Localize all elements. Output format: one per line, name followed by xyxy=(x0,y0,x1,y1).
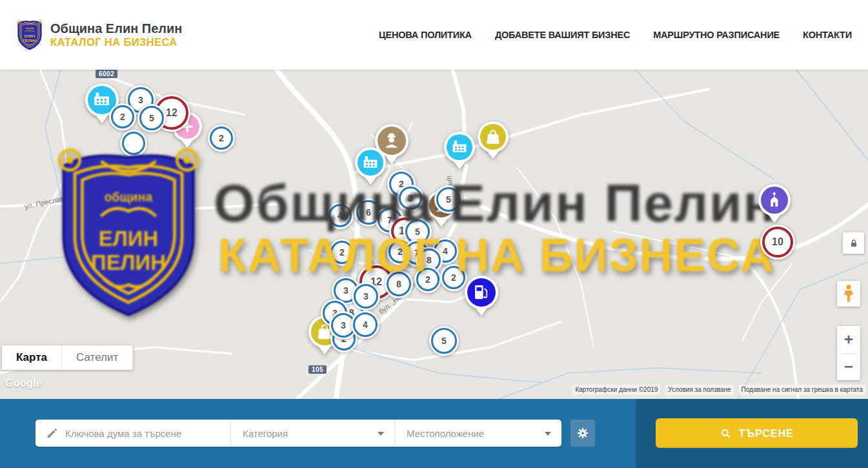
pegman-button[interactable] xyxy=(837,281,860,307)
location-value: Местоположение xyxy=(407,428,484,439)
main-nav: ЦЕНОВА ПОЛИТИКАДОБАВЕТЕ ВАШИЯТ БИЗНЕСМАР… xyxy=(379,30,852,40)
map-type-satellite-button[interactable]: Сателит xyxy=(62,345,133,370)
cluster-count: 6 xyxy=(366,207,371,218)
svg-text:община: община xyxy=(25,27,34,30)
pegman-icon xyxy=(842,284,856,303)
cluster-count: 4 xyxy=(443,246,448,256)
cluster-count: 10 xyxy=(772,236,783,248)
cluster-count: 4 xyxy=(338,210,343,221)
cluster-count: 3 xyxy=(363,291,368,301)
cluster-marker[interactable]: 2 xyxy=(109,103,136,130)
pencil-icon xyxy=(46,427,59,440)
lock-button[interactable] xyxy=(843,232,864,254)
map-canvas[interactable]: 6002105ул. Преславбул. „Новоселци"ции" 3… xyxy=(0,70,868,399)
shopping-bag-icon xyxy=(480,124,506,150)
lock-icon xyxy=(849,238,859,249)
attribution-link[interactable]: Подаване на сигнал за грешка в картата xyxy=(739,385,865,394)
zoom-in-button[interactable]: + xyxy=(837,326,860,353)
church-pin[interactable] xyxy=(758,184,791,216)
road-badge: 105 xyxy=(308,365,327,374)
keyword-field-wrap xyxy=(35,420,231,447)
cluster-marker[interactable]: 2 xyxy=(208,125,235,152)
location-select[interactable]: Местоположение xyxy=(395,420,561,447)
svg-text:ЕЛИН: ЕЛИН xyxy=(25,34,35,38)
cluster-count: 5 xyxy=(415,227,420,237)
chevron-down-icon xyxy=(378,432,384,436)
search-bar-right: ТЪРСЕНЕ xyxy=(636,399,868,468)
cluster-count: 5 xyxy=(149,113,154,123)
factory-pin[interactable] xyxy=(355,147,386,178)
cluster-count: 3 xyxy=(343,285,348,296)
category-value: Категория xyxy=(243,428,288,439)
header-logo: общинаЕЛИНПЕЛИН xyxy=(16,17,43,53)
cluster-marker[interactable]: 4 xyxy=(327,202,354,229)
cluster-marker[interactable]: 5 xyxy=(429,326,459,356)
cluster-ring xyxy=(122,132,145,155)
cluster-marker[interactable]: 2 xyxy=(328,239,356,266)
cluster-marker[interactable]: 5 xyxy=(434,185,463,214)
cluster-marker[interactable]: 4 xyxy=(351,310,379,339)
chevron-down-icon xyxy=(545,432,551,436)
factory-icon xyxy=(358,150,383,176)
nav-item[interactable]: КОНТАКТИ xyxy=(803,30,852,40)
header: общинаЕЛИНПЕЛИН Община Елин Пелин КАТАЛО… xyxy=(0,0,868,70)
site-title: Община Елин Пелин xyxy=(50,21,182,36)
cluster-marker[interactable] xyxy=(120,130,147,157)
fuel-pin[interactable] xyxy=(465,276,498,309)
cluster-marker[interactable]: 8 xyxy=(385,270,413,298)
cluster-count: 2 xyxy=(219,133,224,143)
map-attribution: Картографски данни ©2019Условия за ползв… xyxy=(572,385,865,394)
attribution-link[interactable]: Условия за ползване xyxy=(665,385,733,394)
cluster-count: 8 xyxy=(396,279,401,289)
cluster-count: 8 xyxy=(427,255,432,265)
cluster-count: 2 xyxy=(398,247,403,257)
map-type-map-button[interactable]: Карта xyxy=(2,345,62,370)
search-button[interactable]: ТЪРСЕНЕ xyxy=(656,418,858,448)
google-logo[interactable]: Google xyxy=(5,378,43,389)
search-button-label: ТЪРСЕНЕ xyxy=(738,427,793,440)
fuel-icon xyxy=(467,278,496,307)
cluster-count: 3 xyxy=(408,193,413,203)
street-label: ул. Преслав xyxy=(24,194,65,210)
search-icon xyxy=(720,427,732,440)
site-subtitle: КАТАЛОГ НА БИЗНЕСА xyxy=(50,36,182,48)
cluster-marker[interactable]: 3 xyxy=(397,185,424,212)
church-icon xyxy=(761,187,788,214)
cluster-count: 2 xyxy=(120,112,125,122)
search-group: Категория Местоположение xyxy=(35,420,561,447)
cluster-marker[interactable]: 3 xyxy=(352,282,380,310)
map-type-control: Карта Сателит xyxy=(2,345,133,370)
cluster-count: 4 xyxy=(363,320,368,330)
cluster-count: 5 xyxy=(441,336,447,346)
cluster-marker[interactable]: 10 xyxy=(760,225,795,259)
search-bar: Категория Местоположение xyxy=(0,399,868,468)
cluster-count: 3 xyxy=(138,95,143,105)
factory-pin[interactable] xyxy=(444,132,475,163)
nav-item[interactable]: МАРШРУТНО РАЗПИСАНИЕ xyxy=(653,30,780,40)
zoom-out-button[interactable]: − xyxy=(837,354,860,381)
site-title-block: Община Елин Пелин КАТАЛОГ НА БИЗНЕСА xyxy=(50,21,182,48)
search-bar-left: Категория Местоположение xyxy=(0,399,636,468)
road-badge: 6002 xyxy=(96,70,117,78)
category-select[interactable]: Категория xyxy=(231,420,395,447)
cluster-marker[interactable]: 5 xyxy=(137,104,166,132)
worker-icon xyxy=(378,127,406,155)
advanced-settings-button[interactable] xyxy=(570,420,595,447)
cluster-marker[interactable]: 2 xyxy=(440,264,467,291)
nav-item[interactable]: ДОБАВЕТЕ ВАШИЯТ БИЗНЕС xyxy=(495,30,630,40)
attribution-text: Картографски данни ©2019 xyxy=(572,385,660,394)
factory-icon xyxy=(447,134,472,160)
cluster-count: 5 xyxy=(446,194,451,205)
cluster-count: 2 xyxy=(425,274,430,285)
keyword-input[interactable] xyxy=(64,427,230,440)
cluster-count: 12 xyxy=(166,107,177,119)
shopping-bag-pin[interactable] xyxy=(478,121,509,152)
cluster-marker[interactable]: 2 xyxy=(414,266,441,293)
zoom-control: + − xyxy=(837,326,860,380)
cluster-count: 2 xyxy=(451,272,456,283)
nav-item[interactable]: ЦЕНОВА ПОЛИТИКА xyxy=(379,30,472,40)
cluster-count: 3 xyxy=(341,320,346,331)
svg-text:ПЕЛИН: ПЕЛИН xyxy=(23,39,37,43)
gear-icon xyxy=(576,426,590,440)
cluster-count: 2 xyxy=(339,247,345,258)
